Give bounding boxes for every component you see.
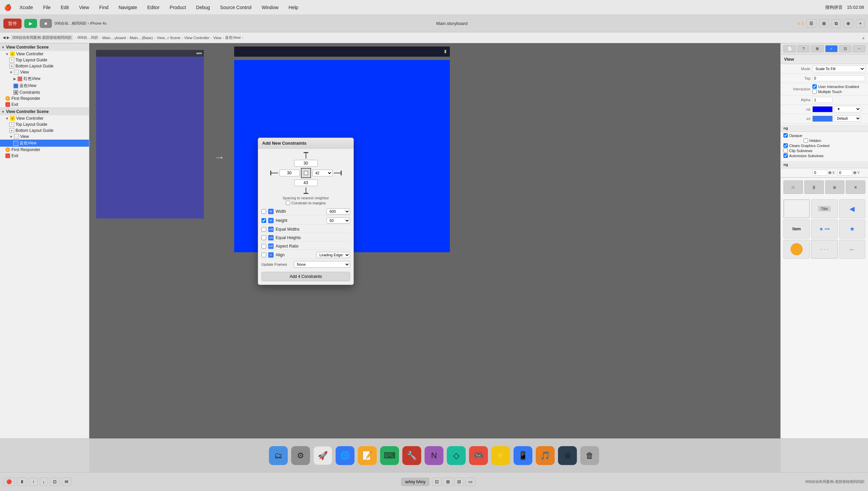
- layout-btn-3[interactable]: ⊟: [454, 478, 464, 486]
- grid-orange-circle-cell[interactable]: [783, 240, 810, 259]
- nav-section-1-header[interactable]: ▼ View Controller Scene: [0, 43, 89, 51]
- menu-file[interactable]: File: [41, 4, 53, 11]
- dock-onenote[interactable]: N: [425, 446, 443, 465]
- breadcrumb-item-6[interactable]: View: [213, 36, 221, 40]
- height-checkbox[interactable]: [261, 218, 266, 223]
- x-input[interactable]: [812, 170, 828, 176]
- add-constraints-button[interactable]: Add 4 Constraints: [261, 272, 350, 281]
- dock-app1[interactable]: 🎮: [469, 446, 488, 465]
- version-editor-button[interactable]: ⊕: [843, 19, 853, 28]
- debug-btn-2[interactable]: ⏸: [17, 478, 27, 486]
- autoresize-checkbox[interactable]: [783, 153, 788, 158]
- dock-system-prefs[interactable]: ⚙: [291, 446, 310, 465]
- layout-btn-1[interactable]: ⊡: [432, 478, 442, 486]
- clip-subviews-checkbox[interactable]: [783, 148, 788, 153]
- scheme-selector[interactable]: 006自动…相同间距 › iPhone 4s: [55, 21, 106, 26]
- braces-btn[interactable]: {}: [804, 180, 824, 194]
- lines-btn[interactable]: ≡: [846, 180, 865, 194]
- grid-back-cell[interactable]: ◀: [839, 199, 865, 218]
- menu-window[interactable]: Window: [259, 4, 280, 11]
- alpha-input[interactable]: [812, 97, 833, 103]
- nav-item-exit-1[interactable]: → Exit: [0, 102, 89, 108]
- y-stepper[interactable]: ⊕: [853, 170, 857, 175]
- nav-item-blue-view-1[interactable]: □ 蓝色View: [0, 82, 89, 89]
- nav-item-constraints[interactable]: ⊞ Constraints: [0, 89, 89, 95]
- dock-trash[interactable]: 🗑: [580, 446, 599, 465]
- menu-xcode[interactable]: Xcode: [18, 4, 35, 11]
- dock-xcode[interactable]: ◇: [447, 446, 466, 465]
- play-button[interactable]: ▶: [24, 19, 37, 28]
- dock-app4[interactable]: 🎵: [536, 446, 555, 465]
- constrain-to-margins-checkbox[interactable]: [286, 201, 290, 205]
- aspect-ratio-checkbox[interactable]: [261, 244, 266, 249]
- dock-safari[interactable]: 🌐: [336, 446, 354, 465]
- nav-item-bottom-layout[interactable]: B Bottom Layout Guide: [0, 63, 89, 69]
- nav-item-vc-2[interactable]: ▼ V View Controller: [0, 115, 89, 121]
- y-input[interactable]: [837, 170, 852, 176]
- align-value-select[interactable]: Leading Edges: [316, 252, 350, 258]
- breadcrumb-item-3[interactable]: Main....(Base): [130, 36, 153, 40]
- nav-item-exit-2[interactable]: → Exit: [0, 153, 89, 159]
- identity-btn[interactable]: ⊞: [811, 45, 824, 52]
- square-btn[interactable]: □: [783, 180, 803, 194]
- nav-item-red-view[interactable]: ▶ □ 红色View: [0, 75, 89, 82]
- breadcrumb-item-1[interactable]: 006自…间距: [78, 35, 98, 40]
- hidden-checkbox[interactable]: [804, 138, 808, 143]
- grid-arrow-left-cell[interactable]: ←: [839, 240, 865, 259]
- size-class-selector[interactable]: wAny hAny: [401, 478, 429, 486]
- menu-edit[interactable]: Edit: [59, 4, 71, 11]
- menu-product[interactable]: Product: [168, 4, 188, 11]
- grid-item-cell[interactable]: Item: [783, 220, 810, 238]
- breadcrumb-nav-forward[interactable]: ▶: [7, 35, 9, 40]
- dock-tool[interactable]: 🔧: [402, 446, 421, 465]
- background-select[interactable]: ▼: [834, 106, 861, 112]
- debug-btn-5[interactable]: ⊡: [50, 478, 60, 486]
- tint-color-swatch[interactable]: [812, 116, 833, 122]
- nav-item-blue-view-2[interactable]: □ 蓝色View: [0, 140, 89, 147]
- grid-plain-square[interactable]: [783, 199, 810, 218]
- nav-item-top-layout[interactable]: T Top Layout Guide: [0, 57, 89, 63]
- debug-btn-3[interactable]: ↑: [29, 478, 38, 486]
- size-btn[interactable]: ⊡: [839, 45, 851, 52]
- inspector-toggle-button[interactable]: ⊞: [819, 19, 829, 28]
- breadcrumb-nav-back[interactable]: ◀: [3, 35, 5, 40]
- nav-item-view-2[interactable]: ▼ □ View: [0, 134, 89, 140]
- debug-btn-4[interactable]: ↓: [40, 478, 48, 486]
- stop-button[interactable]: 暂停: [3, 19, 22, 29]
- breadcrumb-item-7[interactable]: 蓝色View: [225, 35, 241, 40]
- nav-section-2-header[interactable]: ▼ View Controller Scene: [0, 108, 89, 115]
- clears-graphics-checkbox[interactable]: [783, 143, 788, 148]
- width-value-select[interactable]: 600: [327, 208, 350, 214]
- dock-app3[interactable]: 📱: [514, 446, 532, 465]
- dock-app2[interactable]: ⚡: [491, 446, 510, 465]
- dock-terminal[interactable]: ⌨: [380, 446, 399, 465]
- apple-menu[interactable]: 🍎: [4, 4, 11, 11]
- dock-notes[interactable]: 📝: [358, 446, 377, 465]
- menu-find[interactable]: Find: [97, 4, 110, 11]
- help-btn[interactable]: ?: [797, 45, 810, 52]
- dock-app5[interactable]: 🖥: [558, 446, 577, 465]
- navigator-toggle-button[interactable]: ☰: [806, 19, 816, 28]
- nav-item-first-responder-1[interactable]: F First Responder: [0, 95, 89, 102]
- add-button[interactable]: +: [856, 19, 865, 28]
- menu-navigate[interactable]: Navigate: [117, 4, 139, 11]
- left-spacing-input[interactable]: 30: [279, 170, 300, 176]
- multiple-touch-checkbox[interactable]: [812, 89, 817, 94]
- dock-launchpad[interactable]: 🚀: [313, 446, 332, 465]
- opaque-checkbox[interactable]: [783, 133, 788, 138]
- grid-blue-star-cell[interactable]: ★: [839, 220, 865, 238]
- nav-item-view-1[interactable]: ▼ □ View: [0, 69, 89, 75]
- attributes-btn[interactable]: ✓: [825, 45, 838, 52]
- nav-item-first-responder-2[interactable]: F First Responder: [0, 147, 89, 153]
- storyboard-canvas[interactable]: ■■■ → 🔋: [89, 43, 780, 472]
- menu-help[interactable]: Help: [286, 4, 300, 11]
- circle-btn[interactable]: ◎: [825, 180, 845, 194]
- file-inspector-btn[interactable]: 📄: [783, 45, 796, 52]
- height-value-select[interactable]: 50: [327, 218, 350, 224]
- grid-star-dots-cell[interactable]: ★ •••: [811, 220, 837, 238]
- update-frames-select[interactable]: None: [294, 261, 350, 268]
- top-spacing-input[interactable]: 30: [294, 160, 318, 167]
- debug-btn-6[interactable]: ✉: [62, 478, 71, 486]
- dock-finder[interactable]: 🗂: [269, 446, 288, 465]
- equal-heights-checkbox[interactable]: [261, 235, 266, 240]
